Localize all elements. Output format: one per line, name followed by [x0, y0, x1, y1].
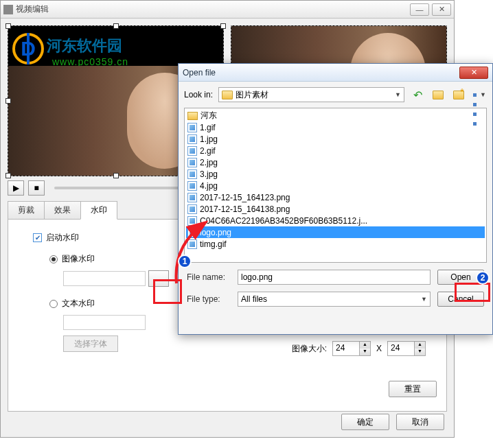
file-name: 1.jpg	[200, 134, 218, 144]
spin-down-icon[interactable]: ▼	[414, 349, 425, 355]
filetype-value: All files	[241, 294, 267, 304]
folder-up-icon	[433, 91, 444, 99]
image-size-label: 图像大小:	[292, 343, 327, 355]
new-folder-button[interactable]: *	[451, 87, 466, 102]
dialog-titlebar: Open file ✕	[179, 64, 492, 82]
tab-effect[interactable]: 效果	[44, 201, 81, 219]
spin-up-icon[interactable]: ▲	[359, 342, 370, 349]
spin-up-icon[interactable]: ▲	[414, 342, 425, 349]
filetype-label: File type:	[187, 294, 231, 304]
image-file-icon	[187, 146, 197, 156]
file-item[interactable]: 2017-12-15_164138.png	[186, 203, 485, 215]
stop-button[interactable]: ■	[28, 180, 45, 196]
image-file-icon	[187, 158, 197, 167]
file-item[interactable]: 2017-12-15_164123.png	[186, 191, 485, 203]
resize-handle[interactable]	[113, 23, 119, 29]
file-item[interactable]: 2.gif	[186, 145, 485, 156]
spin-down-icon[interactable]: ▼	[359, 349, 370, 355]
app-icon	[3, 5, 13, 14]
image-file-icon	[187, 169, 197, 179]
file-name: 2.gif	[200, 146, 216, 156]
tab-crop[interactable]: 剪裁	[8, 201, 45, 219]
cancel-button[interactable]: 取消	[396, 414, 444, 430]
lookin-value: 图片素材	[236, 89, 268, 101]
back-button[interactable]: ↶	[410, 87, 425, 102]
image-watermark-radio[interactable]	[49, 255, 58, 263]
minimize-button[interactable]: —	[410, 3, 429, 16]
folder-icon	[222, 91, 233, 99]
width-spinner[interactable]: 24 ▲▼	[332, 341, 371, 356]
lookin-combo[interactable]: 图片素材 ▼	[218, 87, 404, 102]
image-size-row: 图像大小: 24 ▲▼ X 24 ▲▼	[292, 341, 426, 356]
resize-handle[interactable]	[220, 23, 226, 29]
chevron-down-icon: ▼	[421, 296, 427, 303]
image-file-icon	[187, 204, 197, 214]
dialog-toolbar: Look in: 图片素材 ▼ ↶ * ▼	[179, 82, 492, 108]
resize-handle[interactable]	[113, 173, 119, 178]
tab-watermark[interactable]: 水印	[80, 201, 117, 220]
view-mode-button[interactable]: ▼	[472, 87, 487, 102]
enable-watermark-label: 启动水印	[46, 232, 79, 244]
image-watermark-label: 图像水印	[62, 253, 95, 265]
text-watermark-input[interactable]	[63, 315, 146, 330]
annotation-arrow	[166, 218, 221, 294]
image-file-icon	[187, 181, 197, 191]
window-title: 视频编辑	[16, 3, 407, 15]
resize-handle[interactable]	[5, 23, 11, 29]
dialog-title: Open file	[183, 68, 459, 78]
watermark-overlay: D	[12, 33, 44, 64]
image-file-icon	[187, 123, 197, 132]
dialog-buttons: 确定 取消	[341, 414, 444, 430]
lookin-label: Look in:	[184, 90, 213, 99]
grid-icon	[472, 90, 480, 99]
file-item[interactable]: 2.jpg	[186, 156, 485, 168]
height-value[interactable]: 24	[388, 342, 414, 355]
chevron-down-icon: ▼	[395, 91, 401, 98]
file-name: 1.gif	[200, 123, 216, 132]
up-folder-button[interactable]	[431, 87, 446, 102]
text-watermark-radio[interactable]	[49, 300, 58, 308]
titlebar: 视频编辑 — ✕	[1, 1, 454, 19]
file-item[interactable]: timg.gif	[186, 238, 485, 250]
file-name: 4.jpg	[200, 181, 218, 191]
watermark-brand: 河东软件园	[47, 36, 122, 56]
filetype-combo[interactable]: All files ▼	[238, 292, 431, 307]
reset-button[interactable]: 重置	[389, 381, 437, 397]
choose-font-button[interactable]: 选择字体	[63, 335, 118, 352]
resize-handle[interactable]	[5, 98, 11, 104]
image-path-input[interactable]	[63, 271, 146, 286]
chevron-down-icon: ▼	[480, 91, 486, 98]
text-watermark-label: 文本水印	[62, 298, 95, 309]
file-name: 2017-12-15_164123.png	[200, 193, 290, 202]
file-item[interactable]: 1.jpg	[186, 133, 485, 145]
folder-icon	[187, 112, 198, 120]
close-button[interactable]: ✕	[432, 3, 451, 16]
file-item[interactable]: 1.gif	[186, 121, 485, 133]
file-item[interactable]: logo.png	[186, 226, 485, 238]
dialog-close-button[interactable]: ✕	[459, 67, 488, 79]
dialog-cancel-button[interactable]: Cancel	[437, 292, 484, 307]
file-list[interactable]: 河东1.gif1.jpg2.gif2.jpg3.jpg4.jpg2017-12-…	[184, 108, 487, 263]
back-arrow-icon: ↶	[413, 89, 422, 102]
width-value[interactable]: 24	[333, 342, 359, 355]
open-file-dialog: Open file ✕ Look in: 图片素材 ▼ ↶ * ▼ 河东1.gi…	[178, 63, 493, 335]
file-item[interactable]: 河东	[186, 110, 485, 121]
height-spinner[interactable]: 24 ▲▼	[387, 341, 426, 356]
filename-input[interactable]	[238, 270, 431, 285]
resize-handle[interactable]	[5, 173, 11, 178]
file-name: 3.jpg	[200, 169, 218, 179]
file-item[interactable]: 4.jpg	[186, 180, 485, 191]
annotation-number-2: 2	[476, 271, 490, 285]
size-x: X	[376, 344, 382, 353]
ok-button[interactable]: 确定	[341, 414, 389, 430]
enable-watermark-checkbox[interactable]: ✔	[33, 233, 42, 242]
file-name: 2017-12-15_164138.png	[200, 204, 290, 214]
file-item[interactable]: C04C66AC22196AB3452B9F60B63B5112.j...	[186, 215, 485, 226]
file-name: 2.jpg	[200, 158, 218, 167]
play-button[interactable]: ▶	[8, 180, 24, 196]
file-item[interactable]: 3.jpg	[186, 168, 485, 180]
annotation-number-1: 1	[178, 255, 192, 268]
file-name: 河东	[200, 110, 217, 121]
image-file-icon	[187, 134, 197, 144]
dialog-bottom: File name: Open File type: All files ▼ C…	[179, 263, 492, 320]
